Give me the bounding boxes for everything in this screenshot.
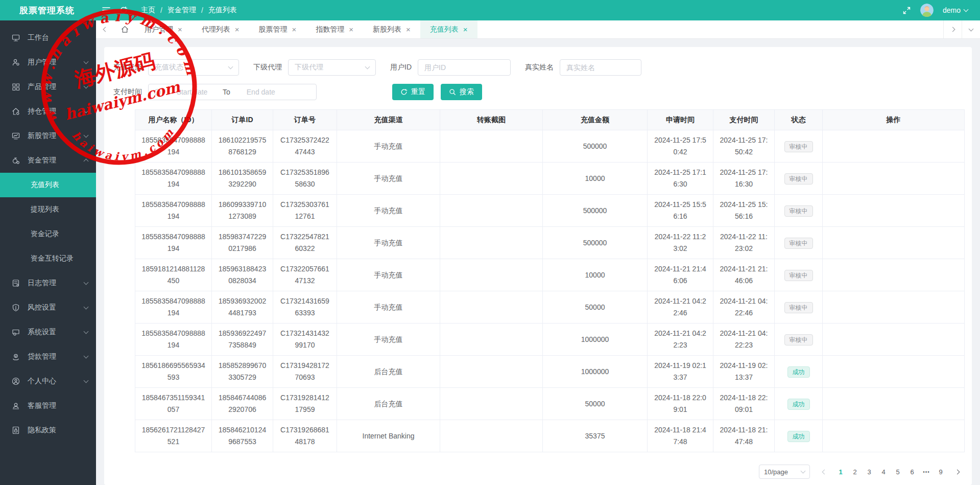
refresh-icon[interactable] — [119, 6, 128, 14]
cell-order_id: 1858528996703305729 — [212, 356, 273, 388]
avatar[interactable] — [920, 4, 934, 17]
prev-page-button[interactable] — [817, 465, 831, 479]
sub-agent-select[interactable]: 下级代理 — [288, 59, 376, 76]
cell-order_no: C1732530376112761 — [273, 195, 337, 227]
status-badge: 成功 — [787, 399, 810, 410]
tab-agent-list[interactable]: 代理列表× — [192, 20, 249, 38]
close-icon[interactable]: × — [463, 26, 468, 33]
sidebar-item-loan-management[interactable]: 贷款管理 — [0, 344, 96, 369]
cell-pay_time: 2024-11-19 02:13:37 — [713, 356, 775, 388]
real-name-input[interactable] — [560, 59, 641, 76]
recharge-status-select[interactable]: 充值状态 — [148, 59, 239, 76]
fullscreen-icon[interactable] — [902, 6, 911, 15]
breadcrumb-item[interactable]: 充值列表 — [208, 6, 237, 15]
pay-time-label: 支付时间 — [113, 87, 142, 97]
tabs-scroll-left-button[interactable] — [96, 20, 114, 38]
table-row: 18558358470988881941859369320024481793C1… — [135, 291, 965, 324]
tab-stock-management[interactable]: 股票管理× — [249, 20, 306, 38]
page-button-2[interactable]: 2 — [848, 465, 862, 479]
user-id-input[interactable] — [418, 59, 511, 76]
tab-bar: 用户管理×代理列表×股票管理×指数管理×新股列表×充值列表× — [96, 20, 980, 39]
cell-pay_time: 2024-11-18 21:47:48 — [713, 420, 775, 452]
breadcrumb-item[interactable]: 资金管理 — [168, 6, 196, 15]
cell-pay_time: 2024-11-21 04:22:23 — [713, 324, 775, 356]
sidebar-item-fund-management[interactable]: 资金管理 — [0, 148, 96, 173]
page-button-5[interactable]: 5 — [891, 465, 905, 479]
cell-pay_time: 2024-11-25 17:16:30 — [713, 163, 775, 195]
sub-agent-label: 下级代理 — [253, 63, 282, 72]
column-header: 充值金额 — [543, 110, 648, 130]
cell-actions — [823, 195, 965, 227]
close-icon[interactable]: × — [292, 26, 297, 33]
cell-user_id: 1855835847098888194 — [135, 324, 212, 356]
cell-order_no: C1732143165963393 — [273, 291, 337, 324]
cell-status: 审核中 — [775, 227, 823, 259]
real-name-label: 真实姓名 — [525, 63, 554, 72]
sidebar-item-privacy-policy[interactable]: 隐私政策 — [0, 418, 96, 443]
cell-channel: 手动充值 — [337, 324, 440, 356]
page-button-4[interactable]: 4 — [876, 465, 891, 479]
chevron-down-icon — [801, 469, 806, 474]
cell-user_id: 1855835847098888194 — [135, 227, 212, 259]
sidebar-item-customer-service[interactable]: 客服管理 — [0, 394, 96, 418]
next-page-button[interactable] — [950, 465, 964, 479]
tab-label: 指数管理 — [316, 25, 344, 34]
sidebar-item-system-settings[interactable]: 系统设置 — [0, 320, 96, 344]
tabs-options-button[interactable] — [962, 20, 980, 38]
end-date-input[interactable] — [232, 87, 290, 97]
cell-order_id: 1859631884230828034 — [212, 259, 273, 291]
user-menu[interactable]: demo — [943, 6, 968, 14]
page-ellipsis[interactable]: ••• — [919, 465, 934, 479]
pay-time-range-picker[interactable]: To — [148, 84, 317, 100]
search-button[interactable]: 搜索 — [441, 84, 482, 100]
page-size-select[interactable]: 10/page — [759, 465, 810, 479]
close-icon[interactable]: × — [178, 26, 182, 33]
sidebar-item-position-management[interactable]: 持仓管理 — [0, 99, 96, 124]
sidebar-item-label: 日志管理 — [28, 279, 84, 288]
cell-user_id: 1858467351159341057 — [135, 388, 212, 420]
cell-channel: 手动充值 — [337, 259, 440, 291]
breadcrumb-item[interactable]: 主页 — [141, 6, 155, 15]
close-icon[interactable]: × — [406, 26, 411, 33]
cell-amount: 500000 — [543, 130, 648, 163]
sidebar-item-log-management[interactable]: 日志管理 — [0, 271, 96, 295]
breadcrumb-separator: / — [201, 6, 203, 14]
sidebar-subitem-recharge-list[interactable]: 充值列表 — [0, 173, 96, 197]
chevron-down-icon — [84, 133, 89, 138]
sidebar-subitem-fund-transfer-records[interactable]: 资金互转记录 — [0, 246, 96, 271]
tabs-scroll-right-button[interactable] — [943, 20, 962, 38]
sidebar-item-workbench[interactable]: 工作台 — [0, 26, 96, 50]
cell-pay_time: 2024-11-25 17:50:42 — [713, 130, 775, 163]
cell-status: 审核中 — [775, 324, 823, 356]
tab-user-management[interactable]: 用户管理× — [135, 20, 192, 38]
start-date-input[interactable] — [163, 87, 221, 97]
column-header: 用户名称（ID） — [135, 110, 212, 130]
reset-button[interactable]: 重置 — [392, 84, 434, 100]
table-row: 18584673511593410571858467440862920706C1… — [135, 388, 965, 420]
page-button-3[interactable]: 3 — [862, 465, 876, 479]
sidebar-item-user-management[interactable]: 用户管理 — [0, 50, 96, 75]
fund-icon — [11, 156, 20, 165]
close-icon[interactable]: × — [235, 26, 240, 33]
cell-screenshot — [440, 259, 543, 291]
sidebar-subitem-fund-records[interactable]: 资金记录 — [0, 222, 96, 246]
close-icon[interactable]: × — [349, 26, 353, 33]
tab-index-management[interactable]: 指数管理× — [306, 20, 363, 38]
page-button-6[interactable]: 6 — [905, 465, 919, 479]
home-tab-button[interactable] — [114, 20, 135, 38]
sidebar-subitem-withdraw-list[interactable]: 提现列表 — [0, 197, 96, 222]
sidebar-item-label: 新股管理 — [28, 131, 84, 141]
table-row: 18561866955659345931858528996703305729C1… — [135, 356, 965, 388]
tab-ipo-list[interactable]: 新股列表× — [363, 20, 420, 38]
cell-screenshot — [440, 291, 543, 324]
hamburger-icon[interactable] — [102, 7, 110, 14]
page-button-9[interactable]: 9 — [934, 465, 948, 479]
cell-pay_time: 2024-11-22 11:23:02 — [713, 227, 775, 259]
sidebar-item-personal-center[interactable]: 个人中心 — [0, 369, 96, 394]
tab-label: 股票管理 — [259, 25, 288, 34]
sidebar-item-ipo-management[interactable]: 新股管理 — [0, 124, 96, 148]
page-button-1[interactable]: 1 — [833, 465, 848, 479]
sidebar-item-risk-settings[interactable]: 风控设置 — [0, 295, 96, 320]
sidebar-item-product-management[interactable]: 产品管理 — [0, 75, 96, 99]
tab-recharge-list[interactable]: 充值列表× — [420, 20, 477, 38]
